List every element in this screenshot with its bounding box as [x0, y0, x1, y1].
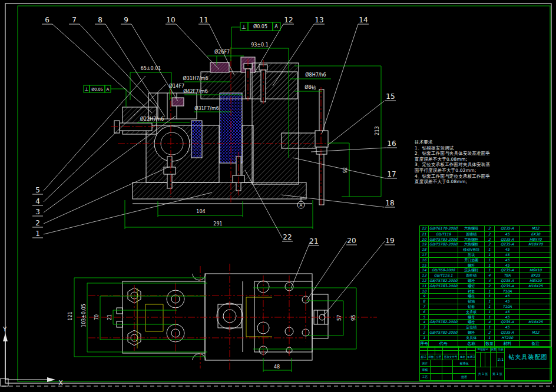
- parts-table-cell: GB/T5783-2000: [429, 284, 459, 288]
- parts-table-cell: 螺杆: [458, 263, 485, 268]
- balloon-6: 6: [45, 16, 49, 24]
- perpendicularity-icon: ⊥: [85, 87, 89, 92]
- parts-table-cell: [429, 335, 459, 340]
- parts-table-cell: GB/T5782-2000: [429, 278, 459, 283]
- parts-table-cell: [520, 247, 551, 252]
- parts-table-cell: 1: [485, 247, 495, 252]
- parts-table-cell: 6: [420, 310, 429, 314]
- parts-table-cell: 螺母: [458, 315, 485, 320]
- dim-d8z: Ø8钻: [305, 84, 316, 90]
- dim-d93: 93±0.1: [251, 42, 269, 48]
- dim-d14: Ø14F7: [169, 83, 184, 89]
- parts-table-cell: 1: [485, 315, 495, 320]
- parts-table-cell: [429, 294, 459, 298]
- parts-table-cell: 开口垫圈: [458, 258, 485, 263]
- dim-d8h: Ø8H7/h6: [305, 72, 326, 78]
- parts-table-cell: [520, 263, 551, 268]
- parts-table-cell: 21: [420, 232, 429, 237]
- parts-table-cell: 45: [495, 232, 521, 237]
- parts-table-cell: GB/T5782-2000: [429, 242, 459, 247]
- balloon-11: 11: [199, 16, 208, 24]
- parts-table-cell: 4: [485, 278, 495, 283]
- parts-table-cell: Q235-A: [495, 320, 521, 324]
- dim-d57: 57: [337, 315, 342, 321]
- dim-d22: Ø22H7/n6: [140, 116, 164, 122]
- dim-d121: 121: [68, 311, 73, 320]
- svg-text:Ø0.05: Ø0.05: [253, 24, 267, 29]
- parts-table-cell: 7: [420, 304, 429, 309]
- parts-table-cell: 45: [495, 258, 521, 263]
- parts-table-cell: 4: [485, 273, 495, 278]
- parts-table-row: 7钻套1T10A: [420, 304, 551, 309]
- parts-table-cell: 销轴: [458, 299, 485, 304]
- parts-table-row: 21GB/T119圆锥销2456X30: [420, 231, 551, 237]
- parts-table-cell: 22: [420, 226, 429, 231]
- parts-table-cell: [520, 253, 551, 257]
- parts-table-cell: M8X20: [520, 278, 551, 283]
- balloon-leader: [293, 158, 386, 178]
- parts-table-cell: 3: [420, 325, 429, 330]
- balloon-leader: [44, 192, 212, 234]
- parts-table-cell: [520, 289, 551, 294]
- dim-d48: 48: [274, 364, 280, 370]
- bottom-plan-view: [117, 274, 328, 360]
- perpendicularity-icon: ⊥: [241, 24, 246, 30]
- parts-table-cell: GB/T5782-2000: [429, 320, 459, 324]
- dim-d42: Ø42F7/m6: [183, 88, 208, 94]
- balloon-leader: [131, 24, 178, 101]
- balloon-19: 19: [385, 237, 394, 245]
- gdt-frame-top: ⊥ Ø0.05 A: [240, 22, 280, 31]
- parts-table-row: 18移动V形块145: [420, 247, 551, 252]
- parts-table-cell: 45: [495, 299, 521, 304]
- balloon-2: 2: [35, 219, 40, 227]
- parts-table-cell: Q235-A: [495, 242, 521, 247]
- parts-table-row: 8销轴145: [420, 298, 551, 304]
- balloon-18: 18: [385, 199, 394, 207]
- parts-table-cell: 45: [495, 294, 521, 298]
- parts-table-row: 15螺杆145: [420, 263, 551, 268]
- drill-bushing: [210, 62, 229, 72]
- dim-d21: 21: [107, 314, 112, 320]
- svg-text:A: A: [107, 87, 110, 92]
- balloon-leader: [52, 24, 152, 113]
- parts-table-cell: 5: [420, 315, 429, 320]
- parts-table-cell: [520, 335, 551, 340]
- parts-table-cell: [429, 299, 459, 304]
- parts-table-cell: 6X30: [520, 232, 551, 237]
- parts-table-cell: 9: [420, 294, 429, 298]
- parts-table-cell: 压块: [458, 253, 485, 257]
- parts-table-cell: GB/T5783-2000: [429, 237, 459, 242]
- parts-table-row: 20GB/T5783-2000六角螺栓2Q235-AM8X70: [420, 237, 551, 242]
- balloon-leader: [307, 241, 347, 300]
- parts-table-cell: 2: [485, 284, 495, 288]
- parts-table-cell: 1: [485, 258, 495, 263]
- parts-table-cell: Q235-A: [495, 278, 521, 283]
- parts-table-cell: 钻套: [458, 304, 485, 309]
- parts-table-row: 3定位销145: [420, 324, 551, 330]
- drawing-title: 钻夹具装配图: [505, 347, 552, 368]
- parts-table: 22GB/T6170-2000六角螺母2Q235-AM1221GB/T119圆锥…: [419, 225, 551, 348]
- parts-table-cell: 45: [495, 325, 521, 330]
- parts-table-cell: 45: [495, 310, 521, 314]
- balloon-14: 14: [359, 16, 368, 24]
- parts-table-row: 1夹具体1HT200: [420, 335, 551, 340]
- parts-table-cell: 18: [420, 247, 429, 252]
- parts-table-cell: 夹具体: [458, 335, 485, 340]
- parts-table-cell: M12: [520, 226, 551, 231]
- parts-table-cell: 六角螺母: [458, 226, 485, 231]
- parts-table-cell: 45: [495, 315, 521, 320]
- balloon-3: 3: [35, 208, 40, 216]
- parts-table-cell: 8: [420, 299, 429, 304]
- parts-table-cell: M6X10: [520, 268, 551, 273]
- parts-table-cell: 15: [420, 263, 429, 268]
- parts-table-cell: 1: [420, 335, 429, 340]
- parts-table-cell: 2: [420, 330, 429, 335]
- parts-table-cell: [520, 258, 551, 263]
- sheet-total: 共 1 张: [476, 367, 491, 381]
- parts-table-cell: M10X25: [520, 320, 551, 324]
- parts-table-cell: M10X25: [520, 284, 551, 288]
- balloon-leader: [322, 24, 358, 134]
- parts-table-cell: 19: [420, 242, 429, 247]
- parts-table-cell: GB/T6170-2000: [429, 226, 459, 231]
- parts-table-cell: 1: [485, 268, 495, 273]
